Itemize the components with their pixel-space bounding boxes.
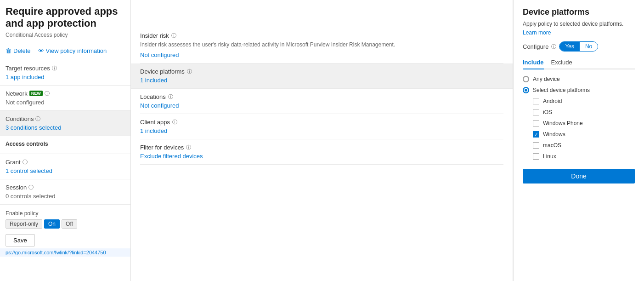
view-policy-label: View policy information (46, 47, 107, 54)
policy-toggle-group: Report-only On Off (6, 219, 125, 229)
network-info-icon[interactable]: ⓘ (45, 90, 50, 97)
client-apps-row: Client apps ⓘ 1 included (140, 114, 503, 139)
configure-row: Configure ⓘ Yes No (523, 41, 635, 52)
network-value[interactable]: Not configured (6, 99, 125, 106)
new-badge: NEW (29, 91, 43, 96)
platform-label: Windows Phone (543, 120, 583, 126)
done-button[interactable]: Done (523, 169, 635, 184)
access-controls-label: Access controls (6, 141, 125, 147)
configure-info-icon[interactable]: ⓘ (551, 43, 556, 50)
right-panel-title: Device platforms (523, 0, 635, 21)
access-controls-label-section: Access controls (0, 136, 130, 154)
conditions-value[interactable]: 3 conditions selected (6, 124, 125, 131)
platform-row[interactable]: iOS (533, 109, 635, 115)
any-device-radio[interactable] (523, 76, 529, 82)
left-panel: Require approved apps and app protection… (0, 0, 131, 281)
conditions-label: Conditions ⓘ (6, 115, 125, 122)
page-title: Require approved apps and app protection (0, 6, 130, 32)
configure-label: Configure (523, 43, 548, 50)
platform-row[interactable]: ✓Windows (533, 131, 635, 138)
session-label: Session ⓘ (6, 184, 125, 191)
locations-row: Locations ⓘ Not configured (140, 89, 503, 114)
delete-icon: 🗑 (6, 47, 11, 54)
target-resources-value[interactable]: 1 app included (6, 74, 125, 80)
select-device-radio[interactable] (523, 87, 529, 93)
view-policy-button[interactable]: 👁 View policy information (38, 47, 107, 54)
conditions-section: Conditions ⓘ 3 conditions selected (0, 111, 130, 136)
status-bar: ps://go.microsoft.com/fwlink/?linkid=204… (0, 248, 130, 257)
select-device-label: Select device platforms (533, 87, 590, 93)
right-panel-description: Apply policy to selected device platform… (523, 21, 635, 27)
platform-row[interactable]: macOS (533, 142, 635, 149)
device-platforms-row[interactable]: Device platforms ⓘ 1 included (131, 63, 513, 89)
select-device-platforms-row[interactable]: Select device platforms (523, 87, 635, 93)
filter-devices-title: Filter for devices ⓘ (140, 144, 503, 151)
insider-risk-title: Insider risk ⓘ (140, 32, 503, 39)
insider-risk-row: Insider risk ⓘ Insider risk assesses the… (140, 28, 503, 63)
toolbar: 🗑 Delete 👁 View policy information (0, 44, 130, 60)
no-button[interactable]: No (580, 42, 598, 51)
grant-section: Grant ⓘ 1 control selected (0, 154, 130, 179)
learn-more-link[interactable]: Learn more (523, 29, 551, 36)
platform-label: Android (543, 98, 562, 104)
device-platforms-value[interactable]: 1 included (140, 77, 503, 84)
target-resources-section: Target resources ⓘ 1 app included (0, 60, 130, 86)
client-apps-title: Client apps ⓘ (140, 119, 503, 126)
enable-policy-label: Enable policy (6, 210, 125, 217)
yes-no-toggle: Yes No (559, 41, 598, 52)
client-apps-info-icon[interactable]: ⓘ (172, 119, 177, 126)
grant-label: Grant ⓘ (6, 159, 125, 166)
platform-label: Linux (543, 153, 556, 160)
yes-button[interactable]: Yes (559, 42, 580, 51)
delete-button[interactable]: 🗑 Delete (6, 47, 31, 54)
any-device-row[interactable]: Any device (523, 76, 635, 82)
delete-label: Delete (13, 47, 31, 54)
tab-exclude[interactable]: Exclude (551, 57, 572, 69)
platform-row[interactable]: Windows Phone (533, 120, 635, 126)
platform-checkbox-linux[interactable] (533, 153, 539, 160)
enable-policy-section: Enable policy Report-only On Off (0, 205, 130, 232)
session-section: Session ⓘ 0 controls selected (0, 179, 130, 205)
filter-devices-info-icon[interactable]: ⓘ (186, 144, 191, 151)
locations-value[interactable]: Not configured (140, 102, 503, 109)
save-button[interactable]: Save (6, 234, 35, 247)
session-value[interactable]: 0 controls selected (6, 193, 125, 200)
filter-devices-value[interactable]: Exclude filtered devices (140, 153, 503, 160)
platform-label: macOS (543, 142, 561, 149)
locations-title: Locations ⓘ (140, 93, 503, 100)
platform-row[interactable]: Android (533, 98, 635, 104)
target-resources-info-icon[interactable]: ⓘ (52, 65, 57, 72)
platform-checkbox-android[interactable] (533, 98, 539, 104)
filter-devices-row: Filter for devices ⓘ Exclude filtered de… (140, 139, 503, 165)
locations-info-icon[interactable]: ⓘ (168, 93, 173, 100)
conditions-info-icon[interactable]: ⓘ (35, 115, 40, 122)
platform-label: iOS (543, 109, 552, 115)
network-section: Network NEW ⓘ Not configured (0, 86, 130, 111)
any-device-label: Any device (533, 76, 560, 82)
report-only-toggle[interactable]: Report-only (6, 219, 42, 229)
grant-info-icon[interactable]: ⓘ (23, 159, 28, 166)
platform-checkbox-windows[interactable]: ✓ (533, 131, 539, 138)
insider-risk-info-icon[interactable]: ⓘ (171, 32, 176, 39)
device-platforms-info-icon[interactable]: ⓘ (187, 68, 192, 75)
page-subtitle: Conditional Access policy (0, 32, 130, 44)
session-info-icon[interactable]: ⓘ (28, 184, 34, 191)
grant-value[interactable]: 1 control selected (6, 167, 125, 174)
platform-checkbox-ios[interactable] (533, 109, 539, 115)
insider-risk-desc: Insider risk assesses the user's risky d… (140, 41, 503, 49)
device-platforms-title: Device platforms ⓘ (140, 68, 503, 75)
platform-checkbox-windows-phone[interactable] (533, 120, 539, 126)
off-toggle[interactable]: Off (62, 219, 77, 229)
insider-risk-value[interactable]: Not configured (140, 52, 503, 58)
platform-checkbox-macos[interactable] (533, 142, 539, 149)
platform-list: AndroidiOSWindows Phone✓WindowsmacOSLinu… (523, 98, 635, 160)
platform-label: Windows (543, 131, 565, 138)
tab-include[interactable]: Include (523, 57, 544, 69)
middle-panel: Insider risk ⓘ Insider risk assesses the… (131, 0, 513, 281)
platform-row[interactable]: Linux (533, 153, 635, 160)
right-panel: Device platforms Apply policy to selecte… (513, 0, 644, 281)
tab-row: Include Exclude (523, 57, 635, 69)
network-label: Network NEW ⓘ (6, 90, 125, 97)
on-toggle[interactable]: On (44, 219, 60, 229)
client-apps-value[interactable]: 1 included (140, 127, 503, 134)
